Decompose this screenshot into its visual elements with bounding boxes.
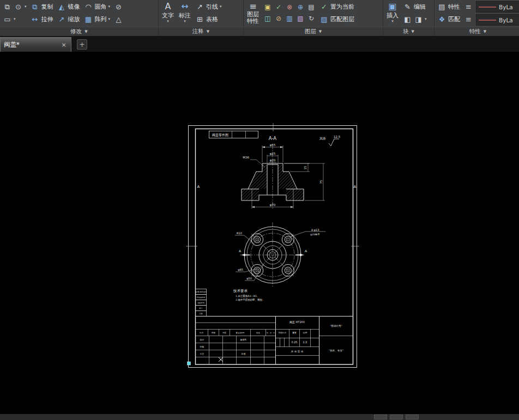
explode-button[interactable]: △: [113, 13, 124, 25]
tb-part-note: 阀盖 HT200: [289, 320, 305, 324]
ribbon-panel-properties: ▤ 特性 ❖ 匹配 ≡ ≡ ByLa: [434, 0, 519, 36]
file-tab-valve-cover[interactable]: 阀盖* ×: [0, 37, 71, 52]
layer-tool-icon-8[interactable]: ▥: [286, 15, 292, 22]
leader-icon: ↗: [195, 2, 204, 11]
panel-caret-icon: ▼: [319, 30, 322, 34]
set-current-label: 置为当前: [330, 3, 354, 11]
rotate-icon: ⊙: [14, 2, 23, 11]
tb-sheets: 共 张 第 张: [291, 350, 304, 353]
table-label: 表格: [206, 15, 218, 23]
tech-req-title: 技术要求: [233, 289, 248, 293]
layer-tool-icon-4[interactable]: ⊕: [298, 4, 303, 10]
annotate-panel-label[interactable]: 注释 ▼: [159, 27, 243, 36]
modify-panel-label[interactable]: 修改 ▼: [0, 27, 158, 36]
side-block-2: 旧底图总号: [197, 296, 206, 299]
tb-r3: 工艺: [200, 352, 204, 355]
copy-icon: ⧉: [31, 2, 40, 11]
properties-panel-label[interactable]: 特性 ▼: [434, 27, 519, 36]
tab-close-icon[interactable]: ×: [60, 41, 68, 48]
move-button[interactable]: ⧉ ⊙ ▾: [2, 1, 28, 13]
copy-button[interactable]: ⧉ 复制: [29, 1, 55, 13]
trim-button[interactable]: ▭ ▾: [2, 13, 28, 25]
layer-properties-label-1: 图层: [247, 11, 259, 18]
status-bar: [0, 414, 519, 420]
panel-caret-icon: ▼: [412, 30, 414, 34]
block-panel-title: 块: [403, 28, 409, 35]
properties-button[interactable]: ▤ 特性: [436, 1, 461, 13]
layer-tool-icon-6[interactable]: ◫: [264, 15, 270, 22]
tb-r4: 标准化: [240, 338, 247, 342]
block-tool-icon-a: ◧: [403, 15, 412, 23]
layer-tool-icon-7[interactable]: ⊘: [276, 15, 281, 22]
statusbar-button-2[interactable]: [390, 415, 403, 419]
tb-school: “校名、专业”: [329, 349, 343, 352]
table-button[interactable]: ⊞ 表格: [194, 13, 223, 25]
set-current-button[interactable]: ✓ 置为当前: [318, 1, 355, 13]
block-edit-button[interactable]: ✎ 编辑: [402, 1, 428, 13]
statusbar-button-1[interactable]: [374, 415, 387, 419]
dim-r10: R10: [237, 232, 242, 235]
tb-h5: 签名: [256, 332, 260, 334]
layer-tool-icon-10[interactable]: ↻: [309, 15, 314, 22]
block-panel-label[interactable]: 块 ▼: [383, 27, 434, 36]
layer-tool-icon-3[interactable]: ⊗: [287, 4, 292, 10]
dim-d70: φ70: [270, 203, 276, 207]
tb-h2: 处数: [212, 331, 216, 334]
linetype-list-button[interactable]: ≡: [463, 1, 474, 13]
technical-requirements: 技术要求 1.未注圆角R3～R5。 2.铸件不得有砂眼、裂纹。: [233, 289, 265, 302]
statusbar-button-3[interactable]: [406, 415, 419, 419]
array-button[interactable]: ▦ 阵列 ▾: [83, 13, 112, 25]
annotate-panel-title: 注释: [192, 28, 204, 35]
side-blocks: 借(通)用件登记 旧底图总号 底图总号 签字 日期: [195, 289, 207, 316]
tb-r1: 设计: [200, 338, 204, 341]
tb-h1: 标记: [199, 332, 204, 334]
dimension-button[interactable]: ↔ 标注 ▾: [177, 1, 192, 26]
new-tab-button[interactable]: +: [77, 39, 87, 50]
dim-h15: 15: [304, 166, 307, 169]
zone-letter-left: A: [197, 185, 200, 189]
scale-label: 缩放: [68, 15, 80, 23]
erase-button[interactable]: ⊘: [113, 1, 124, 13]
tech-req-line-1: 1.未注圆角R3～R5。: [236, 295, 259, 298]
properties-col-a: ▤ 特性 ❖ 匹配: [436, 1, 461, 25]
layers-panel-title: 图层: [305, 28, 316, 35]
dimension-icon: ↔: [179, 1, 191, 11]
block-tools-button[interactable]: ◧ ◨ ▾: [402, 13, 428, 25]
layers-panel-label[interactable]: 图层 ▼: [244, 27, 383, 36]
fillet-button[interactable]: ◠ 圆角 ▾: [83, 1, 112, 13]
layer-tool-icon-9[interactable]: ▧: [297, 15, 303, 22]
match-properties-button[interactable]: ❖ 匹配: [436, 13, 461, 25]
stretch-button[interactable]: ↔ 拉伸: [29, 13, 55, 25]
ribbon-panel-layers: ≡ 图层 特性 ▣ ✓ ⊗ ⊕ ▤ ◫ ⊘ ▥ ▧ ↻ ✓ 置为当前: [244, 0, 383, 36]
insert-icon: ▣: [387, 1, 399, 11]
tb-h4: 更改文件号: [236, 332, 245, 334]
canvas-markers: [188, 357, 224, 365]
tb-r2: 审核: [200, 345, 204, 348]
linetype-line-icon: [479, 20, 496, 21]
caret-icon: ▾: [391, 20, 394, 23]
dim-d55: φ55: [270, 143, 276, 147]
insert-button[interactable]: ▣ 插入 ▾: [385, 1, 400, 26]
layer-tool-icon-5[interactable]: ▤: [308, 4, 314, 10]
drawing-canvas[interactable]: 阀盖零件图 A-A 其余 12.5 A A φ55 φ25: [0, 52, 519, 414]
fillet-icon: ◠: [84, 2, 93, 11]
stretch-label: 拉伸: [41, 15, 53, 23]
table-icon: ⊞: [195, 15, 204, 23]
tb-stage: 阶段标记: [279, 331, 287, 334]
layer-tool-icon-1[interactable]: ▣: [264, 4, 270, 10]
lineweight-list-button[interactable]: ≡: [463, 13, 474, 25]
caret-icon: ▾: [184, 20, 186, 23]
linetype-combo[interactable]: ByLa: [476, 14, 519, 26]
scale-button[interactable]: ↗ 缩放: [56, 13, 81, 25]
mirror-button[interactable]: ◭ 镜像: [56, 1, 81, 13]
properties-panel-title: 特性: [469, 28, 481, 35]
grip-marker[interactable]: [188, 362, 191, 365]
block-col: ✎ 编辑 ◧ ◨ ▾: [402, 1, 428, 25]
text-button[interactable]: A 文字 ▾: [160, 1, 176, 26]
modify-col-4: ⊘ △: [113, 1, 124, 25]
match-layer-button[interactable]: ▨ 匹配图层: [318, 13, 355, 25]
layer-properties-button[interactable]: ≡ 图层 特性: [245, 1, 261, 26]
layer-tool-icon-2[interactable]: ✓: [276, 4, 281, 10]
leader-button[interactable]: ↗ 引线 ▾: [194, 1, 223, 13]
object-color-combo[interactable]: ByLa: [476, 1, 519, 13]
